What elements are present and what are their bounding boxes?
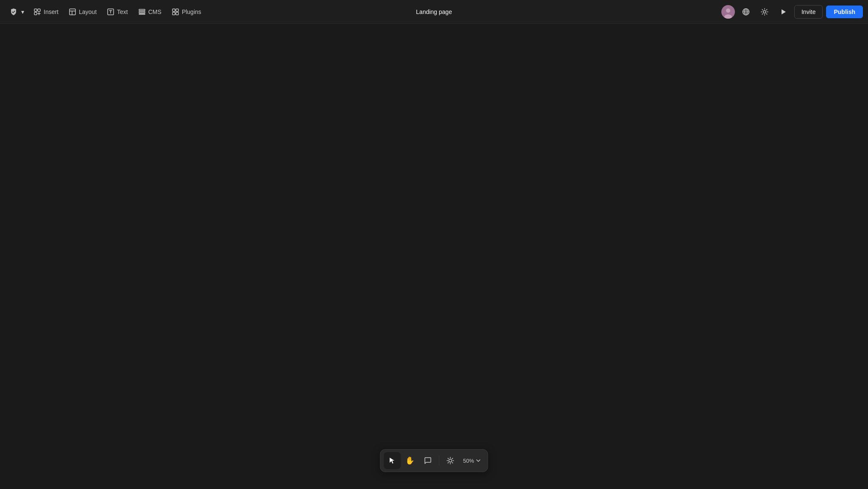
insert-icon xyxy=(33,8,41,16)
avatar[interactable] xyxy=(721,5,735,19)
svg-point-19 xyxy=(726,8,730,13)
publish-label: Publish xyxy=(834,8,855,15)
canvas-area: ✋ 50% xyxy=(0,24,868,489)
svg-rect-17 xyxy=(176,12,178,15)
topbar-right: Invite Publish xyxy=(721,4,863,19)
topbar-left: ▾ Insert xyxy=(5,4,206,19)
topbar-center: Landing page xyxy=(416,8,452,16)
topbar: ▾ Insert xyxy=(0,0,868,24)
plugins-label: Plugins xyxy=(182,8,201,15)
svg-rect-13 xyxy=(139,14,145,14)
svg-line-33 xyxy=(448,458,448,458)
logo-icon xyxy=(8,7,19,17)
svg-point-26 xyxy=(763,11,766,13)
svg-line-36 xyxy=(452,458,453,458)
toolbar-divider xyxy=(439,456,439,466)
cms-button[interactable]: CMS xyxy=(134,6,166,18)
svg-rect-11 xyxy=(139,9,145,11)
publish-button[interactable]: Publish xyxy=(826,6,863,18)
svg-line-35 xyxy=(448,462,448,463)
svg-rect-16 xyxy=(172,12,175,15)
page-title: Landing page xyxy=(416,8,452,15)
hand-icon: ✋ xyxy=(405,456,415,465)
text-icon xyxy=(107,8,114,16)
layout-button[interactable]: Layout xyxy=(64,6,101,18)
text-label: Text xyxy=(117,8,128,15)
svg-rect-5 xyxy=(70,9,75,15)
insert-label: Insert xyxy=(44,8,58,15)
svg-marker-27 xyxy=(782,9,786,14)
plugins-icon xyxy=(172,8,179,16)
svg-rect-12 xyxy=(139,11,145,13)
svg-line-34 xyxy=(452,462,453,463)
logo-button[interactable]: ▾ xyxy=(5,4,28,19)
select-tool-button[interactable] xyxy=(384,452,401,469)
layout-icon xyxy=(69,8,76,16)
svg-rect-2 xyxy=(34,12,37,15)
text-button[interactable]: Text xyxy=(103,6,132,18)
invite-label: Invite xyxy=(801,8,815,15)
plugins-button[interactable]: Plugins xyxy=(167,6,206,18)
insert-button[interactable]: Insert xyxy=(29,6,63,18)
svg-rect-15 xyxy=(176,9,178,11)
invite-button[interactable]: Invite xyxy=(794,5,823,19)
cms-icon xyxy=(138,8,146,16)
bottom-toolbar: ✋ 50% xyxy=(380,449,488,472)
zoom-control[interactable]: 50% xyxy=(459,452,484,469)
layout-label: Layout xyxy=(79,8,97,15)
preview-button[interactable] xyxy=(776,4,791,19)
settings-button[interactable] xyxy=(757,4,772,19)
svg-rect-0 xyxy=(34,9,37,11)
zoom-value: 50% xyxy=(463,458,474,464)
brightness-tool-button[interactable] xyxy=(442,452,459,469)
comment-tool-button[interactable] xyxy=(419,452,436,469)
svg-rect-1 xyxy=(38,9,40,11)
zoom-chevron-icon xyxy=(476,458,481,463)
language-button[interactable] xyxy=(738,4,754,19)
cms-label: CMS xyxy=(148,8,161,15)
svg-point-28 xyxy=(449,459,452,462)
logo-chevron: ▾ xyxy=(21,8,24,15)
svg-rect-14 xyxy=(172,9,175,11)
hand-tool-button[interactable]: ✋ xyxy=(401,452,418,469)
